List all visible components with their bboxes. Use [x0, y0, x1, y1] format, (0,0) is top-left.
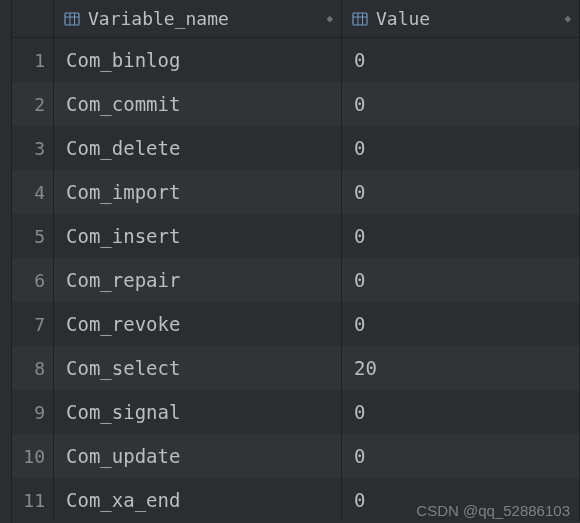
column-label: Value	[376, 8, 430, 29]
cell-value[interactable]: 20	[342, 346, 580, 390]
watermark: CSDN @qq_52886103	[416, 502, 570, 519]
column-header-value[interactable]: Value ◆	[342, 0, 580, 37]
cell-value[interactable]: 0	[342, 434, 580, 478]
row-number[interactable]: 4	[12, 170, 54, 214]
table-row[interactable]: 3Com_delete0	[12, 126, 580, 170]
cell-variable-name[interactable]: Com_revoke	[54, 302, 342, 346]
cell-value[interactable]: 0	[342, 82, 580, 126]
column-type-icon	[352, 11, 368, 27]
cell-variable-name[interactable]: Com_commit	[54, 82, 342, 126]
row-number[interactable]: 8	[12, 346, 54, 390]
row-number[interactable]: 2	[12, 82, 54, 126]
svg-rect-4	[353, 13, 367, 25]
row-number[interactable]: 1	[12, 38, 54, 82]
sort-indicator-icon[interactable]: ◆	[564, 12, 571, 25]
column-type-icon	[64, 11, 80, 27]
column-header-variable-name[interactable]: Variable_name ◆	[54, 0, 342, 37]
cell-value[interactable]: 0	[342, 126, 580, 170]
results-pane: Variable_name ◆ Value ◆ 1Com_binlog02Com…	[0, 0, 580, 523]
table-row[interactable]: 4Com_import0	[12, 170, 580, 214]
results-table: Variable_name ◆ Value ◆ 1Com_binlog02Com…	[12, 0, 580, 523]
cell-variable-name[interactable]: Com_binlog	[54, 38, 342, 82]
cell-value[interactable]: 0	[342, 38, 580, 82]
table-row[interactable]: 2Com_commit0	[12, 82, 580, 126]
row-number[interactable]: 10	[12, 434, 54, 478]
table-row[interactable]: 8Com_select20	[12, 346, 580, 390]
table-row[interactable]: 5Com_insert0	[12, 214, 580, 258]
cell-variable-name[interactable]: Com_insert	[54, 214, 342, 258]
row-number[interactable]: 3	[12, 126, 54, 170]
table-row[interactable]: 9Com_signal0	[12, 390, 580, 434]
sort-indicator-icon[interactable]: ◆	[326, 12, 333, 25]
table-row[interactable]: 7Com_revoke0	[12, 302, 580, 346]
table-body: 1Com_binlog02Com_commit03Com_delete04Com…	[12, 38, 580, 523]
cell-value[interactable]: 0	[342, 390, 580, 434]
row-number[interactable]: 11	[12, 478, 54, 522]
row-number[interactable]: 6	[12, 258, 54, 302]
row-number[interactable]: 7	[12, 302, 54, 346]
cell-variable-name[interactable]: Com_select	[54, 346, 342, 390]
cell-variable-name[interactable]: Com_signal	[54, 390, 342, 434]
cell-variable-name[interactable]: Com_repair	[54, 258, 342, 302]
table-header: Variable_name ◆ Value ◆	[12, 0, 580, 38]
cell-value[interactable]: 0	[342, 258, 580, 302]
row-number[interactable]: 9	[12, 390, 54, 434]
gutter-header	[12, 0, 54, 37]
column-label: Variable_name	[88, 8, 229, 29]
cell-value[interactable]: 0	[342, 214, 580, 258]
cell-variable-name[interactable]: Com_delete	[54, 126, 342, 170]
table-row[interactable]: 6Com_repair0	[12, 258, 580, 302]
cell-variable-name[interactable]: Com_import	[54, 170, 342, 214]
row-number[interactable]: 5	[12, 214, 54, 258]
table-row[interactable]: 1Com_binlog0	[12, 38, 580, 82]
cell-variable-name[interactable]: Com_update	[54, 434, 342, 478]
cell-value[interactable]: 0	[342, 302, 580, 346]
svg-rect-0	[65, 13, 79, 25]
table-row[interactable]: 10Com_update0	[12, 434, 580, 478]
cell-variable-name[interactable]: Com_xa_end	[54, 478, 342, 522]
cell-value[interactable]: 0	[342, 170, 580, 214]
left-margin	[0, 0, 12, 523]
